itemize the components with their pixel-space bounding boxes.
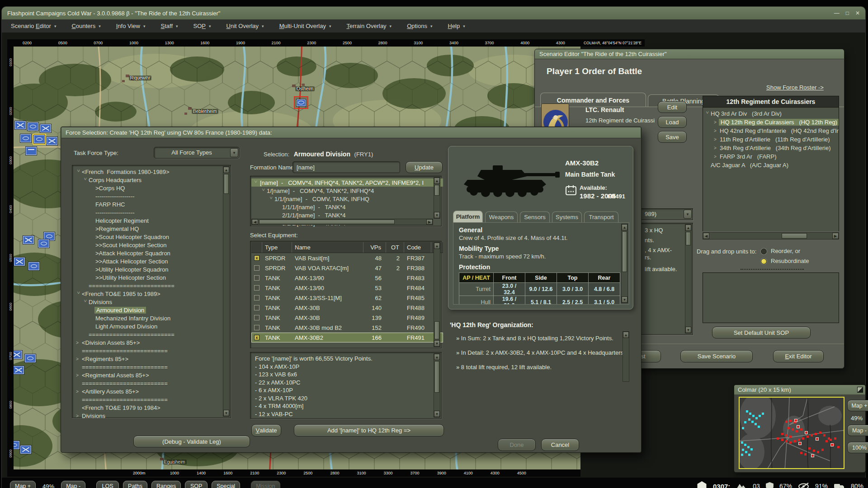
col-name[interactable]: Name <box>292 242 363 253</box>
tree-scrollbar[interactable]: ▲▼ <box>223 166 230 417</box>
unit-counter-0[interactable] <box>14 121 26 130</box>
minimap-zoom-in-button[interactable]: Map + <box>847 400 868 411</box>
checkbox[interactable]: x <box>251 335 262 340</box>
checkbox-icon[interactable] <box>254 295 259 300</box>
col-code[interactable]: Code <box>404 242 431 253</box>
db-tree-item-30[interactable]: >Divisions <box>73 412 232 419</box>
tree-arrow-icon[interactable]: > <box>76 413 82 418</box>
summary-scrollbar[interactable]: ▲▼ <box>434 353 440 418</box>
roster-node-6[interactable]: A/C Jaguar A (A/C Jaguar A) <box>703 161 839 169</box>
done-button[interactable]: Done <box>498 439 536 451</box>
unit-counter-1[interactable] <box>27 122 39 131</box>
checkbox-icon[interactable] <box>254 285 259 291</box>
menu-counters[interactable]: Counters▾ <box>71 23 100 29</box>
unit-counter-11[interactable] <box>28 262 40 271</box>
debug-validate-button[interactable]: (Debug - Validate Leg) <box>133 436 250 447</box>
minimize-icon[interactable]: — <box>834 10 840 16</box>
db-tree-item-17[interactable]: Armoured Division <box>73 306 232 314</box>
unit-tab-sensors[interactable]: Sensors <box>520 211 550 222</box>
tree-arrow-icon[interactable]: > <box>714 128 720 133</box>
roster-node-0[interactable]: >HQ 3rd Ar Div (3rd Ar Div) <box>703 109 839 118</box>
menu-staff[interactable]: Staff▾ <box>161 23 178 29</box>
tree-arrow-icon[interactable]: > <box>83 300 88 305</box>
radio-reorder[interactable] <box>761 249 767 254</box>
minimap-toggle-icon[interactable] <box>857 387 863 393</box>
formation-node-2[interactable]: >1/1/[name] - COMV, TANK, INFHQ <box>251 195 443 203</box>
add-formation-button[interactable]: Add '[name]' to HQ 12th Reg => <box>294 424 444 436</box>
unit-counter-5[interactable] <box>46 136 58 145</box>
save-scenario-button[interactable]: Save Scenario <box>680 350 753 362</box>
db-tree-item-10[interactable]: >Attack Helicopter Squadron <box>73 249 232 257</box>
db-tree-item-29[interactable]: <French TO&E 1979 to 1984> <box>73 404 232 412</box>
db-tree-item-22[interactable]: ========================= <box>73 347 232 355</box>
maximize-icon[interactable]: □ <box>846 10 849 16</box>
db-tree-item-20[interactable]: ========================= <box>73 330 232 338</box>
checkbox[interactable]: x <box>251 255 262 261</box>
equipment-row-0[interactable]: xSPRDRVAB Rasit[m]482FR387 <box>251 253 443 263</box>
edit-commander-button[interactable]: Edit <box>658 101 687 113</box>
equipment-scrollbar[interactable]: ▲▼ <box>434 242 440 347</box>
tree-arrow-icon[interactable]: > <box>261 188 266 194</box>
checkbox-icon[interactable] <box>254 275 259 281</box>
map-zoom-in-button[interactable]: Map + <box>10 481 36 488</box>
checkbox-icon[interactable] <box>254 315 259 320</box>
tree-arrow-icon[interactable]: > <box>705 111 710 117</box>
checkbox[interactable] <box>251 265 262 271</box>
organization-scrollbar[interactable]: ▲ <box>623 331 629 382</box>
checkbox[interactable] <box>251 275 262 281</box>
validate-button[interactable]: Validate <box>251 424 281 436</box>
equipment-row-6[interactable]: TANKAMX-30B139FR489 <box>251 313 443 323</box>
roster-node-2[interactable]: >HQ 42nd Reg d'Infanterie (HQ 42nd Reg d… <box>703 127 839 135</box>
unit-counter-10[interactable] <box>14 257 25 266</box>
db-tree-item-5[interactable]: -------------------- <box>73 208 232 216</box>
db-tree-item-25[interactable]: ><Regimental Assets 85+> <box>73 371 232 379</box>
unit-counter-9[interactable] <box>38 239 50 248</box>
selected-unit-marker[interactable] <box>294 96 308 109</box>
unit-tab-transport[interactable]: Transport <box>584 211 618 222</box>
tree-arrow-icon[interactable]: > <box>76 169 81 175</box>
menu-unit-overlay[interactable]: Unit Overlay▾ <box>226 23 264 29</box>
los-button[interactable]: LOS <box>96 481 119 488</box>
tree-arrow-icon[interactable]: > <box>714 145 720 150</box>
col-type[interactable]: Type <box>262 242 292 253</box>
db-tree-item-4[interactable]: FARP RHC <box>73 200 232 208</box>
cancel-button[interactable]: Cancel <box>541 439 579 451</box>
unit-counter-3[interactable] <box>20 134 32 143</box>
db-tree-item-9[interactable]: >>Scout Helicopter Section <box>73 241 232 249</box>
equipment-row-7[interactable]: TANKAMX-30B mod B2152FR490 <box>251 323 443 333</box>
db-tree-item-15[interactable]: ><French TO&E 1985 to 1989> <box>73 290 232 298</box>
menu-help[interactable]: Help▾ <box>448 23 465 29</box>
db-tree-item-7[interactable]: >Regimental HQ <box>73 225 232 233</box>
tree-arrow-icon[interactable]: > <box>76 357 82 361</box>
formation-name-input[interactable] <box>292 161 400 173</box>
minimap-view[interactable] <box>739 397 844 469</box>
scrollbar[interactable]: ▲▼ <box>685 224 692 333</box>
formation-h-scrollbar[interactable]: ◀▶ <box>251 219 433 225</box>
db-tree-item-2[interactable]: >Corps HQ <box>73 184 232 192</box>
paths-button[interactable]: Paths <box>123 481 147 488</box>
map-zoom-out-button[interactable]: Map - <box>61 481 85 488</box>
formation-node-0[interactable]: >[name] - COMV*4, INFHQ*4, TANK*2, APCW*… <box>251 178 443 187</box>
ranges-button[interactable]: Ranges <box>151 481 181 488</box>
set-default-unit-sop-button[interactable]: Set Default Unit SOP <box>712 327 811 338</box>
unit-tab-systems[interactable]: Systems <box>552 211 582 222</box>
checkbox[interactable] <box>251 315 262 320</box>
formation-node-3[interactable]: 1/1/1/[name] - TANK*4 <box>251 203 443 211</box>
minimap-zoom-100-button[interactable]: 100% <box>847 442 868 453</box>
roster-node-3[interactable]: >11th Reg d'Artillerie (11th Reg d'Artil… <box>703 135 839 144</box>
db-tree-item-8[interactable]: >Scout Helicopter Squadron <box>73 233 232 241</box>
sop-button[interactable]: SOP <box>185 481 208 488</box>
col-ot[interactable]: OT <box>386 242 404 253</box>
db-tree-item-11[interactable]: >>Attack Helicopter Section <box>73 257 232 265</box>
roster-horizontal-scrollbar[interactable]: ◀▶ <box>703 232 839 239</box>
menu-multi-unit-overlay[interactable]: Multi-Unit Overlay▾ <box>279 23 331 29</box>
unit-tab-platform[interactable]: Platform <box>453 211 483 222</box>
radio-resubordinate-label[interactable]: Resubordinate <box>771 258 809 264</box>
db-tree-item-28[interactable]: ========================= <box>73 395 232 404</box>
unit-tab-weapons[interactable]: Weapons <box>485 211 518 222</box>
checkbox[interactable] <box>251 325 262 330</box>
tree-arrow-icon[interactable]: > <box>83 178 88 183</box>
load-commander-button[interactable]: Load <box>658 116 687 128</box>
tree-arrow-icon[interactable]: > <box>76 291 81 297</box>
task-force-type-dropdown[interactable]: All Force Types ▼ <box>154 147 240 159</box>
